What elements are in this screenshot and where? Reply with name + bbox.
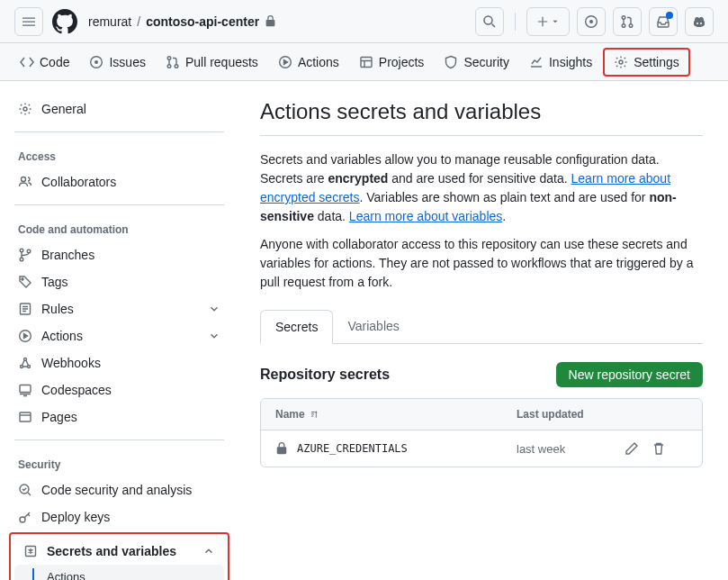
gear-icon [18,102,32,116]
tab-pull-requests[interactable]: Pull requests [157,48,267,77]
svg-point-2 [590,20,593,23]
notifications-button[interactable] [649,7,678,36]
secret-name-cell: AZURE_CREDENTIALS [275,442,517,455]
divider [260,135,703,136]
divider [14,204,224,205]
chevron-down-icon [208,303,220,315]
sidebar-subitem-actions[interactable]: Actions [14,565,224,580]
sidebar-item-secrets-variables[interactable]: Secrets and variables [14,538,224,565]
sidebar-item-actions[interactable]: Actions [9,322,229,349]
chevron-down-icon [208,330,220,342]
tab-projects[interactable]: Projects [350,48,434,77]
key-asterisk-icon [23,544,38,558]
sidebar-item-branches[interactable]: Branches [9,241,229,268]
main-content: Actions secrets and variables Secrets an… [238,81,724,580]
pulls-button[interactable] [613,7,642,36]
column-name[interactable]: Name [275,408,517,421]
sidebar-heading-code-automation: Code and automation [9,214,229,241]
three-bars-icon [22,14,36,29]
sidebar-item-codespaces[interactable]: Codespaces [9,376,229,403]
svg-point-3 [622,15,625,19]
svg-point-16 [20,249,23,252]
tab-code[interactable]: Code [11,48,78,77]
column-last-updated[interactable]: Last updated [517,408,625,421]
github-logo[interactable] [50,7,79,36]
sidebar-item-rules[interactable]: Rules [9,295,229,322]
sidebar-item-label: Pages [41,410,77,424]
page-title: Actions secrets and variables [260,99,703,124]
new-repository-secret-button[interactable]: New repository secret [556,362,703,387]
sidebar-item-collaborators[interactable]: Collaborators [9,168,229,195]
svg-point-14 [23,107,27,111]
tab-insights[interactable]: Insights [520,48,601,77]
breadcrumb: remurat / contoso-api-center [88,14,276,29]
issue-opened-icon [89,55,103,69]
sidebar-item-label: Code security and analysis [41,483,192,497]
graph-icon [529,55,544,69]
secret-updated-cell: last week [517,442,625,456]
sidebar-item-label: Webhooks [41,356,101,370]
tab-settings[interactable]: Settings [603,48,690,77]
pencil-icon [625,441,639,456]
edit-secret-button[interactable] [625,441,639,456]
shield-icon [444,55,458,69]
lock-icon [265,15,276,27]
sidebar-item-code-security[interactable]: Code security and analysis [9,476,229,503]
svg-point-9 [167,64,171,68]
svg-point-13 [619,60,623,64]
sidebar-item-label: Tags [41,275,68,289]
sidebar-item-deploy-keys[interactable]: Deploy keys [9,503,229,530]
global-header: remurat / contoso-api-center [0,0,728,43]
svg-point-4 [622,23,625,27]
secrets-table: Name Last updated AZURE_CREDENTIALS last… [260,398,703,467]
svg-point-7 [95,60,98,63]
svg-point-19 [22,278,23,280]
browser-icon [18,410,32,424]
sidebar-item-webhooks[interactable]: Webhooks [9,349,229,376]
tab-issues[interactable]: Issues [80,48,154,77]
svg-point-5 [629,23,633,27]
sidebar-item-label: Actions [41,329,83,343]
description-paragraph-1: Secrets and variables allow you to manag… [260,150,703,226]
key-icon [18,510,32,524]
inbox-icon [656,14,670,29]
divider [14,131,224,132]
create-new-button[interactable] [526,7,570,36]
git-pull-request-icon [620,14,634,29]
sidebar-item-label: Codespaces [41,383,112,397]
sidebar-item-tags[interactable]: Tags [9,268,229,295]
svg-point-27 [20,485,29,494]
sidebar-item-pages[interactable]: Pages [9,403,229,430]
delete-secret-button[interactable] [652,441,666,456]
learn-variables-link[interactable]: Learn more about variables [349,209,502,223]
svg-point-22 [24,358,27,361]
description-paragraph-2: Anyone with collaborator access to this … [260,235,703,292]
tab-secrets[interactable]: Secrets [260,310,333,344]
code-icon [20,55,34,69]
svg-point-8 [167,56,171,59]
divider [14,440,224,440]
sidebar-heading-security: Security [9,449,229,476]
tag-icon [18,275,32,289]
tab-variables[interactable]: Variables [333,310,413,343]
codespaces-icon [18,383,32,397]
repo-nav: Code Issues Pull requests Actions Projec… [0,43,728,81]
sidebar-item-label: General [41,102,86,116]
svg-point-10 [175,64,178,68]
git-pull-request-icon [166,55,180,69]
table-icon [359,55,373,69]
table-row: AZURE_CREDENTIALS last week [261,430,702,467]
tab-security[interactable]: Security [435,48,518,77]
breadcrumb-owner[interactable]: remurat [88,14,131,29]
issues-button[interactable] [577,7,606,36]
webhook-icon [18,356,32,370]
hamburger-button[interactable] [14,7,43,36]
sidebar-item-general[interactable]: General [9,95,229,122]
svg-point-18 [27,249,31,253]
search-button[interactable] [475,7,504,36]
codescan-icon [18,483,32,497]
search-icon [482,14,497,29]
breadcrumb-repo[interactable]: contoso-api-center [146,14,259,29]
tab-actions[interactable]: Actions [269,48,348,77]
copilot-button[interactable] [685,7,714,36]
